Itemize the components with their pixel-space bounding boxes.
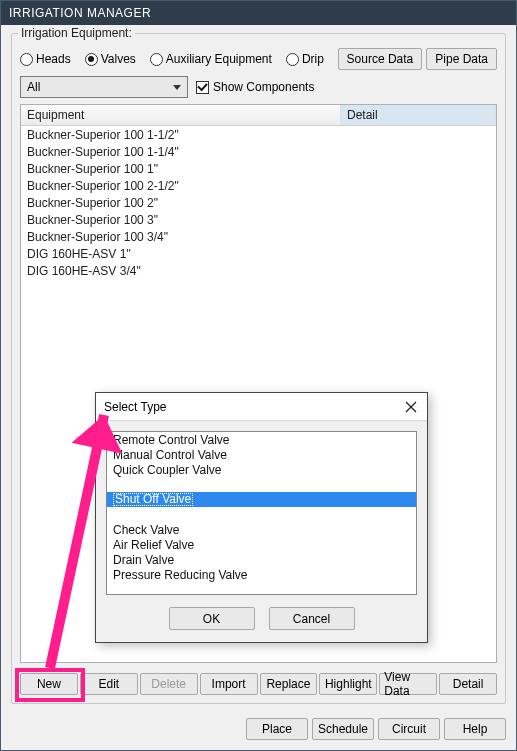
- place-button[interactable]: Place: [246, 718, 308, 740]
- equipment-radios: Heads Valves Auxiliary Equipment Drip: [20, 52, 324, 66]
- source-data-button[interactable]: Source Data: [338, 48, 423, 70]
- list-item[interactable]: Shut Off Valve: [107, 492, 416, 507]
- col-equipment[interactable]: Equipment: [21, 105, 341, 125]
- close-icon: [405, 401, 417, 413]
- detail-button[interactable]: Detail: [439, 673, 497, 695]
- filter-select[interactable]: All: [20, 76, 188, 98]
- checkbox-icon: [196, 81, 209, 94]
- list-item[interactable]: Pressure Reducing Valve: [107, 567, 416, 582]
- circuit-button[interactable]: Circuit: [378, 718, 440, 740]
- list-item[interactable]: [107, 477, 416, 492]
- select-type-dialog: Select Type Remote Control ValveManual C…: [95, 392, 428, 643]
- table-row[interactable]: DIG 160HE-ASV 1": [21, 245, 496, 262]
- table-row[interactable]: Buckner-Superior 100 3": [21, 211, 496, 228]
- radio-dot-icon: [286, 53, 299, 66]
- list-item[interactable]: Manual Control Valve: [107, 447, 416, 462]
- action-button-bar: New Edit Delete Import Replace Highlight…: [20, 673, 497, 695]
- replace-button[interactable]: Replace: [260, 673, 318, 695]
- radio-auxiliary[interactable]: Auxiliary Equipment: [150, 52, 272, 66]
- table-row[interactable]: Buckner-Superior 100 1": [21, 160, 496, 177]
- main-window: IRRIGATION MANAGER Irrigation Equipment:…: [0, 0, 517, 751]
- radio-dot-icon: [85, 53, 98, 66]
- pipe-data-button[interactable]: Pipe Data: [426, 48, 497, 70]
- col-detail[interactable]: Detail: [341, 105, 496, 125]
- radio-dot-icon: [20, 53, 33, 66]
- schedule-button[interactable]: Schedule: [312, 718, 374, 740]
- radio-dot-icon: [150, 53, 163, 66]
- dialog-body: Remote Control ValveManual Control Valve…: [96, 421, 427, 642]
- close-button[interactable]: [403, 399, 419, 415]
- list-item[interactable]: Quick Coupler Valve: [107, 462, 416, 477]
- help-button[interactable]: Help: [444, 718, 506, 740]
- footer-bar: Place Schedule Circuit Help: [1, 712, 516, 750]
- table-row[interactable]: Buckner-Superior 100 1-1/2": [21, 126, 496, 143]
- list-item[interactable]: Drain Valve: [107, 552, 416, 567]
- table-row[interactable]: Buckner-Superior 100 1-1/4": [21, 143, 496, 160]
- table-header: Equipment Detail: [21, 105, 496, 126]
- table-row[interactable]: Buckner-Superior 100 2": [21, 194, 496, 211]
- dialog-title: Select Type: [104, 400, 166, 414]
- edit-button[interactable]: Edit: [80, 673, 138, 695]
- filter-value: All: [27, 80, 40, 94]
- table-row[interactable]: Buckner-Superior 100 3/4": [21, 228, 496, 245]
- table-row[interactable]: Buckner-Superior 100 2-1/2": [21, 177, 496, 194]
- ok-button[interactable]: OK: [169, 607, 255, 630]
- titlebar: IRRIGATION MANAGER: [1, 1, 516, 25]
- import-button[interactable]: Import: [200, 673, 258, 695]
- dialog-buttons: OK Cancel: [106, 603, 417, 632]
- type-listbox[interactable]: Remote Control ValveManual Control Valve…: [106, 431, 417, 595]
- list-item[interactable]: Check Valve: [107, 522, 416, 537]
- show-components-checkbox[interactable]: Show Components: [196, 80, 314, 94]
- radio-valves[interactable]: Valves: [85, 52, 136, 66]
- table-row[interactable]: DIG 160HE-ASV 3/4": [21, 262, 496, 279]
- delete-button[interactable]: Delete: [140, 673, 198, 695]
- list-item[interactable]: [107, 507, 416, 522]
- window-title: IRRIGATION MANAGER: [9, 6, 151, 20]
- new-button[interactable]: New: [20, 673, 78, 695]
- list-item[interactable]: Air Relief Valve: [107, 537, 416, 552]
- dialog-header: Select Type: [96, 393, 427, 421]
- radio-heads[interactable]: Heads: [20, 52, 71, 66]
- groupbox-label: Irrigation Equipment:: [18, 26, 135, 40]
- cancel-button[interactable]: Cancel: [269, 607, 355, 630]
- radio-row: Heads Valves Auxiliary Equipment Drip So…: [20, 48, 497, 70]
- list-item[interactable]: Remote Control Valve: [107, 432, 416, 447]
- view-data-button[interactable]: View Data: [379, 673, 437, 695]
- highlight-button[interactable]: Highlight: [319, 673, 377, 695]
- filter-row: All Show Components: [20, 76, 497, 98]
- top-buttons: Source Data Pipe Data: [338, 48, 497, 70]
- radio-drip[interactable]: Drip: [286, 52, 324, 66]
